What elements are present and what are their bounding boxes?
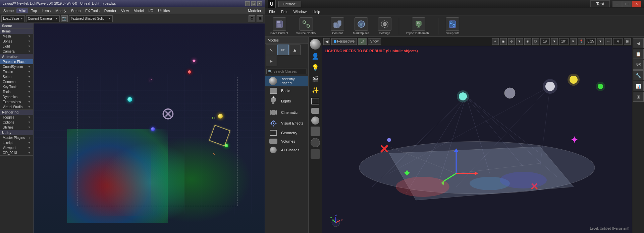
ue-vp-icon-10[interactable]: ▼ <box>597 38 604 45</box>
lw-sidebar-item-key-tools[interactable]: Key Tools▼ <box>0 84 33 89</box>
ue-vp-icon-5[interactable]: ⊗ <box>524 38 531 45</box>
ue-class-geometry[interactable]: Geometry <box>265 129 308 137</box>
ue-vp-num-1[interactable]: 19 <box>540 38 550 45</box>
ue-class-lights[interactable]: Lights <box>265 95 308 107</box>
lw-sidebar-item-expressions[interactable]: Expressions▼ <box>0 99 33 104</box>
ue-mode-extra-icon[interactable]: ▶ <box>266 56 277 66</box>
ue-toolbar-blueprints-btn[interactable]: Blueprints <box>442 16 463 36</box>
ue-vp-icon-11[interactable]: ↔ <box>605 38 612 45</box>
lw-light-yellow <box>218 114 223 119</box>
ue-minimize-btn[interactable]: − <box>612 1 622 7</box>
lw-sidebar-item-options[interactable]: Options▼ <box>0 120 33 125</box>
ue-side-tools-icon[interactable]: 🔧 <box>633 70 644 80</box>
ue-toolbar-marketplace-btn[interactable]: 🛒 Marketplace <box>350 16 372 36</box>
lw-close-btn[interactable]: × <box>257 1 262 6</box>
ue-menu-help[interactable]: Help <box>310 9 323 14</box>
lw-menu-utilities[interactable]: Utilities <box>156 8 172 13</box>
ue-vp-nav-toggle[interactable]: ◀ <box>323 38 330 45</box>
lw-sidebar-item-viewport[interactable]: Viewport▼ <box>0 145 33 150</box>
ue-vp-icon-1[interactable]: + <box>492 38 499 45</box>
ue-class-all-classes[interactable]: All Classes <box>265 145 308 155</box>
lw-sidebar-item-lscript[interactable]: Lscript▼ <box>0 140 33 145</box>
lw-menu-scene[interactable]: Scene <box>1 8 16 13</box>
ue-class-basic[interactable]: Basic <box>265 86 308 95</box>
ue-close-btn[interactable]: × <box>632 1 641 7</box>
ue-lit-btn[interactable]: Lit <box>358 38 367 45</box>
ue-mode-triangle-icon[interactable]: ▲ <box>289 45 301 55</box>
lw-menu-modify[interactable]: Modify <box>53 8 68 13</box>
lw-sidebar-item-utilities[interactable]: Utilities▼ <box>0 125 33 130</box>
lw-sidebar-item-enable[interactable]: Enable▼ <box>0 69 33 74</box>
ue-toolbar-save-btn[interactable]: Save Current <box>268 16 291 36</box>
lw-load-save-dropdown[interactable]: Load/Save ▼ <box>1 15 25 22</box>
ue-toolbar-settings-btn[interactable]: Settings <box>375 16 395 36</box>
ue-class-cinematic[interactable]: Cinematic <box>265 107 308 118</box>
lw-sidebar-item-tools[interactable]: Tools▼ <box>0 89 33 94</box>
lw-3d-viewport[interactable]: ✦ → ⊗ ↕↔ → <box>34 23 265 233</box>
lw-sidebar-item-virtual-studio[interactable]: Virtual Studio▼ <box>0 104 33 109</box>
ue-vp-icon-12[interactable]: ⊞ <box>624 38 631 45</box>
lw-menu-items[interactable]: Items <box>40 8 53 13</box>
ue-vp-icon-2[interactable]: ◉ <box>500 38 507 45</box>
ue-vp-icon-4[interactable]: ▼ <box>516 38 523 45</box>
ue-vp-num-2[interactable]: 10° <box>559 38 569 45</box>
lw-sidebar-item-dynamics[interactable]: Dynamics▼ <box>0 94 33 99</box>
lw-menu-model[interactable]: Model <box>132 8 146 13</box>
lw-sidebar-item-coordsystem[interactable]: CoordSystem▼ <box>0 64 33 69</box>
ue-toolbar-content-btn[interactable]: Content <box>327 16 347 36</box>
ue-perspective-btn[interactable]: Perspective <box>331 38 357 45</box>
lw-sidebar-item-light[interactable]: Light▼ <box>0 44 33 49</box>
ue-side-stats-icon[interactable]: 📊 <box>633 81 644 91</box>
ue-side-details-icon[interactable]: 📋 <box>633 49 644 59</box>
lw-windows-btn[interactable]: ⊞ <box>257 15 263 22</box>
lw-sidebar-item-od2018[interactable]: OD_2018▼ <box>0 150 33 155</box>
lw-menu-view[interactable]: View <box>119 8 131 13</box>
ue-mode-paint-icon[interactable]: ✏ <box>277 45 289 55</box>
lw-menu-modeler[interactable]: Modeler <box>246 8 263 13</box>
ue-side-map-icon[interactable]: 🗺 <box>633 60 644 70</box>
lw-sidebar-item-mesh[interactable]: Mesh▼ <box>0 34 33 39</box>
svg-point-88 <box>387 138 391 142</box>
lw-sidebar-item-parent-in-place[interactable]: Parent in Place <box>0 59 33 64</box>
lw-menu-mike[interactable]: Mike <box>16 8 28 13</box>
ue-menu-window[interactable]: Window <box>291 9 309 14</box>
ue-vp-icon-3[interactable]: ⊙ <box>508 38 515 45</box>
lw-settings-btn[interactable]: ⚙ <box>249 15 255 22</box>
ue-mode-select-icon[interactable]: ↖ <box>266 45 277 55</box>
ue-menu-edit[interactable]: Edit <box>278 9 290 14</box>
lw-menu-top[interactable]: Top <box>29 8 39 13</box>
lw-menu-setup[interactable]: Setup <box>69 8 83 13</box>
lw-sidebar-item-bones[interactable]: Bones▼ <box>0 39 33 44</box>
ue-side-layers-icon[interactable]: ⊞ <box>633 92 644 102</box>
ue-class-volumes[interactable]: Volumes <box>265 137 308 145</box>
ue-maximize-btn[interactable]: □ <box>622 1 632 7</box>
lw-minimize-btn[interactable]: − <box>245 1 250 6</box>
lw-sidebar-item-genoma[interactable]: Genoma▼ <box>0 79 33 84</box>
lw-menu-render[interactable]: Render <box>102 8 118 13</box>
lw-maximize-btn[interactable]: □ <box>251 1 256 6</box>
ue-side-expand-icon[interactable]: ◀ <box>633 38 644 48</box>
ue-class-recently-placed[interactable]: Recently Placed <box>265 76 308 86</box>
lw-sidebar-item-camera[interactable]: Camera▼ <box>0 49 33 54</box>
lw-camera-dropdown[interactable]: Current Camera ▼ <box>26 15 60 22</box>
lw-sidebar-item-setup[interactable]: Setup▼ <box>0 74 33 79</box>
ue-viewport-canvas[interactable]: LIGHTING NEEDS TO BE REBUILT (9 unbuilt … <box>322 46 632 233</box>
ue-toolbar-import-btn[interactable]: DS Import Datasmith... <box>403 16 434 36</box>
ue-vp-icon-8[interactable]: ▼ <box>570 38 577 45</box>
lw-menu-fx-tools[interactable]: FX Tools <box>83 8 102 13</box>
ue-show-btn[interactable]: Show <box>368 38 381 45</box>
ue-tab-untitled[interactable]: Untitled* <box>278 1 301 7</box>
lw-sidebar-item-master-plugins[interactable]: Master Plugins○ <box>0 135 33 140</box>
ue-vp-icon-6[interactable]: ⬡ <box>532 38 539 45</box>
ue-vp-num-4[interactable]: 4 <box>613 38 623 45</box>
ue-vp-num-3[interactable]: 0.25 <box>586 38 596 45</box>
lw-sidebar-item-toggles[interactable]: Toggles▼ <box>0 115 33 120</box>
lw-camera-options-btn[interactable]: 📷 <box>61 15 68 22</box>
lw-menu-io[interactable]: I/O <box>147 8 156 13</box>
ue-toolbar-source-control-btn[interactable]: Source Control <box>293 16 319 36</box>
ue-class-visual-effects[interactable]: Visual Effects <box>265 118 308 129</box>
ue-menu-file[interactable]: File <box>266 9 278 14</box>
ue-vp-icon-7[interactable]: ▼ <box>551 38 558 45</box>
ue-vp-icon-9[interactable]: 📍 <box>578 38 585 45</box>
lw-view-mode-dropdown[interactable]: Textured Shaded Solid ▼ <box>69 15 113 22</box>
